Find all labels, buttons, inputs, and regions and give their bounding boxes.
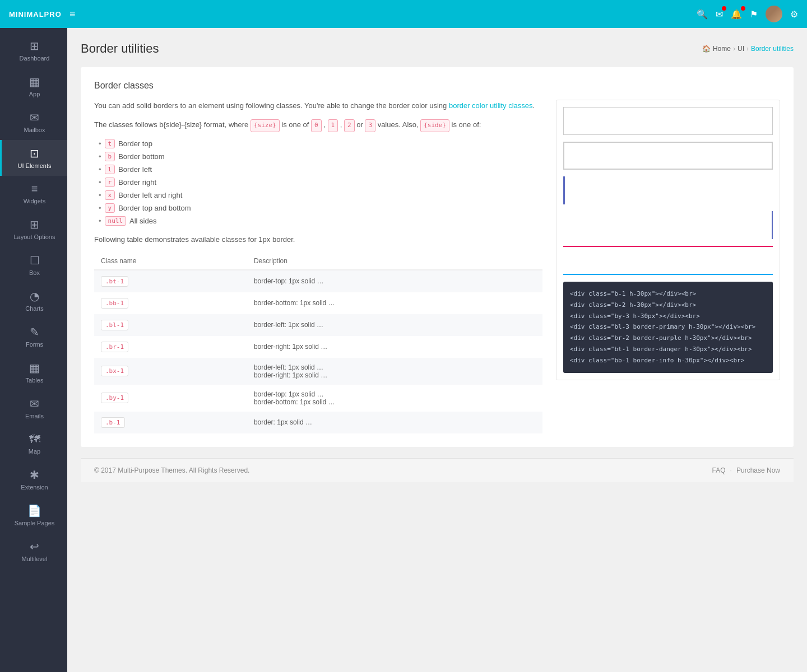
settings-icon[interactable]: ⚙ xyxy=(790,9,798,20)
top-navigation: MINIMALPRO ≡ 🔍 ✉ 🔔 ⚑ ⚙ xyxy=(0,0,807,28)
tables-icon: ▦ xyxy=(29,361,40,375)
demo-box-bb-info xyxy=(563,264,773,275)
sidebar-label-charts: Charts xyxy=(25,305,43,312)
col-description: Description xyxy=(247,253,542,270)
sidebar-label-sample-pages: Sample Pages xyxy=(15,520,55,526)
search-icon[interactable]: 🔍 xyxy=(697,9,708,20)
demo-bt-danger-inner xyxy=(563,246,773,257)
sidebar-item-layout-options[interactable]: ⊞ Layout Options xyxy=(0,211,67,247)
sample-pages-icon: 📄 xyxy=(27,504,41,517)
notification-icon[interactable]: 🔔 xyxy=(731,9,742,20)
sidebar-item-widgets[interactable]: ≡ Widgets xyxy=(0,176,67,211)
top-nav-icons: 🔍 ✉ 🔔 ⚑ ⚙ xyxy=(697,6,798,22)
forms-icon: ✎ xyxy=(30,325,39,339)
class-badge-bt1: .bt-1 xyxy=(101,276,128,287)
sidebar: ⊞ Dashboard ▦ App ✉ Mailbox ⊡ UI Element… xyxy=(0,28,67,672)
sidebar-label-multilevel: Multilevel xyxy=(22,556,48,562)
footer-links: FAQ · Purchase Now xyxy=(712,466,780,474)
sidebar-label-dashboard: Dashboard xyxy=(20,55,50,62)
sidebar-item-forms[interactable]: ✎ Forms xyxy=(0,319,67,354)
table-intro: Following table demonstrates available c… xyxy=(94,234,542,246)
sidebar-label-map: Map xyxy=(29,448,40,455)
sidebar-item-charts[interactable]: ◔ Charts xyxy=(0,283,67,319)
val-3: 3 xyxy=(365,119,375,132)
desc-null: All sides xyxy=(129,217,156,225)
sidebar-label-mailbox: Mailbox xyxy=(24,127,45,133)
sidebar-item-mailbox[interactable]: ✉ Mailbox xyxy=(0,104,67,140)
footer-faq-link[interactable]: FAQ xyxy=(712,466,726,474)
desc-cell: border-left: 1px solid … xyxy=(247,314,542,336)
tag-l: l xyxy=(105,165,115,174)
class-cell: .bl-1 xyxy=(94,314,247,336)
breadcrumb-home-icon: 🏠 xyxy=(702,45,711,53)
val-2: 2 xyxy=(344,119,355,132)
flag-icon[interactable]: ⚑ xyxy=(750,9,758,20)
main-content: Border utilities 🏠 Home › UI › Border ut… xyxy=(67,28,807,672)
emails-icon: ✉ xyxy=(30,397,39,410)
breadcrumb-ui[interactable]: UI xyxy=(738,45,744,53)
app-icon: ▦ xyxy=(29,75,40,88)
class-cell: .bx-1 xyxy=(94,358,247,385)
avatar[interactable] xyxy=(766,6,782,22)
sidebar-item-extension[interactable]: ✱ Extension xyxy=(0,461,67,497)
sidebar-item-ui-elements[interactable]: ⊡ UI Elements xyxy=(0,140,67,176)
code-line: <div class="bt-1 border-danger h-30px"><… xyxy=(570,344,766,355)
desc-y: Border top and bottom xyxy=(118,204,191,212)
mailbox-icon: ✉ xyxy=(30,111,39,124)
page-header: Border utilities 🏠 Home › UI › Border ut… xyxy=(81,41,794,56)
content-row: You can add solid borders to an element … xyxy=(94,100,780,433)
menu-toggle-icon[interactable]: ≡ xyxy=(69,8,76,20)
sidebar-item-emails[interactable]: ✉ Emails xyxy=(0,390,67,426)
demo-box-b2 xyxy=(563,142,773,170)
sidebar-item-multilevel[interactable]: ↩ Multilevel xyxy=(0,533,67,569)
card-title: Border classes xyxy=(94,81,780,91)
sidebar-item-map[interactable]: 🗺 Map xyxy=(0,426,67,461)
sidebar-label-app: App xyxy=(29,91,40,97)
mail-icon[interactable]: ✉ xyxy=(716,9,723,20)
breadcrumb-home[interactable]: Home xyxy=(713,45,731,53)
tag-t: t xyxy=(105,139,115,148)
footer-purchase-link[interactable]: Purchase Now xyxy=(736,466,780,474)
border-demo-panel: <div class="b-1 h-30px"></div><br> <div … xyxy=(556,100,780,380)
content-right: <div class="b-1 h-30px"></div><br> <div … xyxy=(556,100,780,433)
class-cell: .bt-1 xyxy=(94,270,247,292)
desc-cell: border: 1px solid … xyxy=(247,412,542,433)
footer-sep: · xyxy=(730,466,732,474)
breadcrumb-sep2: › xyxy=(746,45,749,53)
table-body: .bt-1 border-top: 1px solid … .bb-1 bord… xyxy=(94,270,542,433)
sidebar-item-dashboard[interactable]: ⊞ Dashboard xyxy=(0,32,67,68)
col-class-name: Class name xyxy=(94,253,247,270)
sidebar-item-tables[interactable]: ▦ Tables xyxy=(0,354,67,390)
demo-box-br xyxy=(563,211,773,239)
val-0: 0 xyxy=(311,119,322,132)
border-color-link[interactable]: border color utility classes xyxy=(449,101,533,110)
sidebar-label-tables: Tables xyxy=(26,377,44,384)
tag-null: null xyxy=(105,216,127,226)
class-badge-bb1: .bb-1 xyxy=(101,298,128,309)
list-item-t: t Border top xyxy=(99,139,542,148)
widgets-icon: ≡ xyxy=(31,183,38,195)
sidebar-label-box: Box xyxy=(29,269,40,276)
table-row: .bx-1 border-left: 1px solid …border-rig… xyxy=(94,358,542,385)
code-line: <div class="by-3 h-30px"></div><br> xyxy=(570,311,766,322)
sidebar-label-emails: Emails xyxy=(25,413,44,419)
code-line: <div class="b-1 h-30px"></div><br> xyxy=(570,288,766,300)
sidebar-item-box[interactable]: ☐ Box xyxy=(0,247,67,283)
class-cell: .br-1 xyxy=(94,336,247,358)
page-title: Border utilities xyxy=(81,41,159,56)
tag-r: r xyxy=(105,178,115,187)
desc-t: Border top xyxy=(118,139,152,148)
desc-x: Border left and right xyxy=(118,191,182,199)
sidebar-item-app[interactable]: ▦ App xyxy=(0,68,67,104)
desc-cell: border-right: 1px solid … xyxy=(247,336,542,358)
breadcrumb-current: Border utilities xyxy=(751,45,794,53)
code-line: <div class="bl-3 border-primary h-30px">… xyxy=(570,321,766,333)
demo-b1-inner xyxy=(563,107,773,135)
desc-cell: border-top: 1px solid … xyxy=(247,270,542,292)
tag-b: b xyxy=(105,152,115,161)
code-block: <div class="b-1 h-30px"></div><br> <div … xyxy=(563,282,773,373)
breadcrumb-sep1: › xyxy=(733,45,735,53)
list-item-y: y Border top and bottom xyxy=(99,203,542,213)
sidebar-label-extension: Extension xyxy=(21,484,48,491)
sidebar-item-sample-pages[interactable]: 📄 Sample Pages xyxy=(0,497,67,533)
